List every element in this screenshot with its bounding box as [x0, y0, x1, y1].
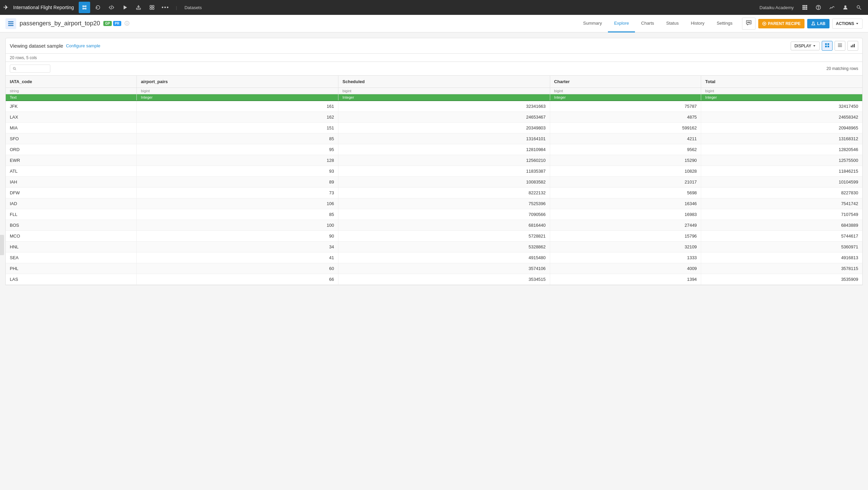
cell-airport-pairs: 95 — [137, 144, 338, 155]
cell-iata: HNL — [6, 242, 137, 252]
type-airport-pairs: bigint — [137, 88, 338, 94]
help-button[interactable] — [813, 2, 824, 13]
cell-charter: 75787 — [550, 101, 701, 112]
rows-info: 20 rows, 5 cols — [10, 55, 37, 60]
cell-charter: 27449 — [550, 220, 701, 231]
cell-scheduled: 12810984 — [338, 144, 550, 155]
svg-rect-2 — [150, 5, 152, 7]
table-row: FLL 85 7090566 16983 7107549 — [6, 209, 862, 220]
cell-charter: 32109 — [550, 242, 701, 252]
cell-iata: JFK — [6, 101, 137, 112]
side-panel[interactable] — [0, 235, 4, 255]
toolbar-left: Viewing dataset sample Configure sample — [10, 43, 100, 49]
type-charter: bigint — [550, 88, 701, 94]
lab-button[interactable]: LAB — [807, 19, 829, 28]
svg-point-18 — [857, 6, 860, 8]
grid-view-button[interactable] — [822, 41, 833, 51]
svg-rect-21 — [8, 23, 14, 24]
tab-history[interactable]: History — [685, 15, 710, 32]
svg-rect-13 — [804, 8, 806, 10]
cell-airport-pairs: 90 — [137, 231, 338, 242]
cell-scheduled: 24653467 — [338, 112, 550, 123]
flow-button[interactable] — [79, 2, 90, 13]
tab-charts[interactable]: Charts — [635, 15, 660, 32]
parent-recipe-button[interactable]: PARENT RECIPE — [758, 19, 805, 28]
analytics-button[interactable] — [826, 2, 838, 13]
col-header-iata[interactable]: IATA_code — [6, 76, 137, 88]
tab-explore[interactable]: Explore — [608, 15, 635, 32]
svg-rect-5 — [152, 8, 154, 9]
cell-iata: ORD — [6, 144, 137, 155]
deploy-button[interactable] — [133, 2, 144, 13]
svg-point-24 — [748, 22, 749, 23]
tab-status[interactable]: Status — [660, 15, 685, 32]
datasets-label[interactable]: Datasets — [182, 5, 204, 10]
cell-iata: IAD — [6, 198, 137, 209]
explore-toolbar: Viewing dataset sample Configure sample … — [5, 38, 863, 54]
cell-charter: 15290 — [550, 155, 701, 166]
cell-charter: 1394 — [550, 274, 701, 285]
dataiku-academy-label: Dataiku Academy — [760, 5, 794, 10]
cell-airport-pairs: 66 — [137, 274, 338, 285]
table-row: MIA 151 20349803 599162 20948965 — [6, 123, 862, 133]
info-icon[interactable]: ⓘ — [125, 21, 129, 27]
grid-icon-button[interactable] — [799, 2, 811, 13]
run-button[interactable] — [119, 2, 131, 13]
type-total: bigint — [701, 88, 862, 94]
cell-airport-pairs: 89 — [137, 177, 338, 188]
cell-scheduled: 5328862 — [338, 242, 550, 252]
parent-recipe-label: PARENT RECIPE — [768, 21, 800, 26]
code-button[interactable] — [106, 2, 117, 13]
search-input[interactable] — [18, 66, 47, 71]
search-input-wrap[interactable] — [10, 65, 50, 73]
cell-iata: FLL — [6, 209, 137, 220]
cell-airport-pairs: 60 — [137, 263, 338, 274]
display-button[interactable]: DISPLAY — [791, 42, 820, 50]
cell-scheduled: 8222132 — [338, 188, 550, 198]
configure-sample-link[interactable]: Configure sample — [66, 43, 100, 48]
cell-total: 5360971 — [701, 242, 862, 252]
comment-button[interactable] — [742, 18, 756, 30]
subtype-charter: Integer — [550, 94, 701, 101]
svg-rect-8 — [806, 5, 807, 6]
profile-button[interactable] — [840, 2, 851, 13]
col-header-charter[interactable]: Charter — [550, 76, 701, 88]
col-header-airport-pairs[interactable]: airport_pairs — [137, 76, 338, 88]
cell-scheduled: 20349803 — [338, 123, 550, 133]
col-header-total[interactable]: Total — [701, 76, 862, 88]
chart-view-button[interactable] — [847, 41, 858, 51]
sample-title: Viewing dataset sample — [10, 43, 63, 49]
tab-summary[interactable]: Summary — [577, 15, 608, 32]
cell-airport-pairs: 162 — [137, 112, 338, 123]
cell-scheduled: 3574106 — [338, 263, 550, 274]
list-view-button[interactable] — [835, 41, 845, 51]
cell-total: 7541742 — [701, 198, 862, 209]
svg-rect-14 — [806, 8, 807, 10]
cell-scheduled: 10083582 — [338, 177, 550, 188]
cell-charter: 4009 — [550, 263, 701, 274]
cell-charter: 1333 — [550, 252, 701, 263]
more-button[interactable]: ••• — [160, 2, 171, 13]
cell-iata: LAX — [6, 112, 137, 123]
search-nav-button[interactable] — [853, 2, 865, 13]
svg-point-23 — [747, 22, 748, 23]
cell-scheduled: 11835387 — [338, 166, 550, 177]
col-header-scheduled[interactable]: Scheduled — [338, 76, 550, 88]
apps-button[interactable] — [146, 2, 158, 13]
search-icon — [13, 67, 16, 71]
subtype-iata: Text — [6, 94, 137, 101]
cell-iata: LAS — [6, 274, 137, 285]
refresh-button[interactable] — [92, 2, 104, 13]
svg-rect-22 — [8, 25, 14, 26]
table-row: BOS 100 6816440 27449 6843889 — [6, 220, 862, 231]
svg-rect-6 — [802, 5, 804, 6]
cell-total: 13168312 — [701, 133, 862, 144]
cell-airport-pairs: 100 — [137, 220, 338, 231]
actions-button[interactable]: ACTIONS — [832, 19, 863, 29]
svg-rect-30 — [825, 43, 827, 45]
tab-settings[interactable]: Settings — [711, 15, 739, 32]
content-area: Viewing dataset sample Configure sample … — [0, 32, 868, 490]
cell-airport-pairs: 128 — [137, 155, 338, 166]
table-body: JFK 161 32341663 75787 32417450 LAX 162 … — [6, 101, 862, 285]
toolbar-right: DISPLAY — [791, 41, 858, 51]
